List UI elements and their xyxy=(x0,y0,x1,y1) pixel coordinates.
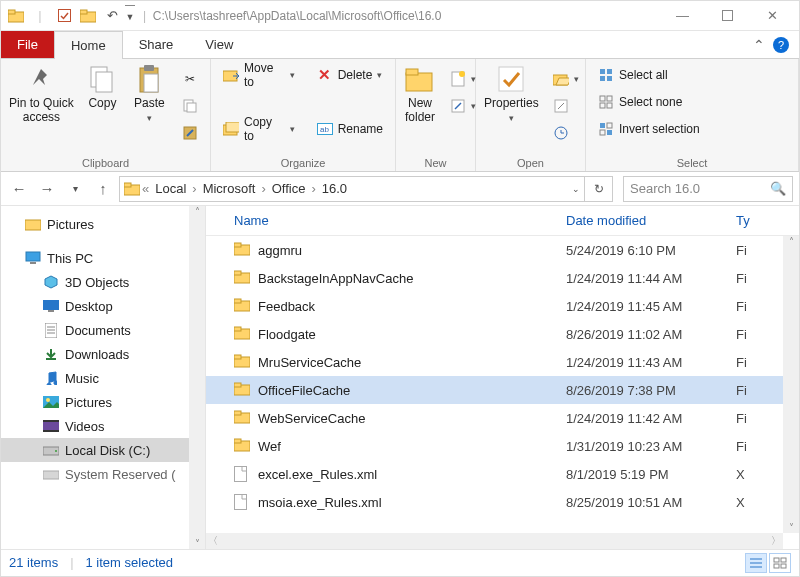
svg-rect-33 xyxy=(607,96,612,101)
tree-desktop[interactable]: Desktop xyxy=(1,294,205,318)
status-selected: 1 item selected xyxy=(86,555,173,570)
svg-rect-24 xyxy=(499,67,523,91)
paste-shortcut-button[interactable] xyxy=(178,121,202,145)
tree-system-reserved[interactable]: System Reserved ( xyxy=(1,462,205,486)
help-icon[interactable]: ? xyxy=(773,37,789,53)
file-row[interactable]: Feedback1/24/2019 11:45 AMFi xyxy=(206,292,799,320)
folder-small-icon[interactable] xyxy=(77,5,99,27)
select-none-button[interactable]: Select none xyxy=(594,90,704,114)
open-button[interactable]: ▾ xyxy=(549,67,583,91)
svg-rect-72 xyxy=(234,439,241,443)
crumb-16[interactable]: 16.0 xyxy=(318,181,351,196)
tree-pictures[interactable]: Pictures xyxy=(1,212,205,236)
qat-dropdown-icon[interactable]: ▼ xyxy=(125,5,135,27)
edit-button[interactable] xyxy=(549,94,583,118)
tab-home[interactable]: Home xyxy=(54,31,123,59)
tree-scrollbar[interactable]: ˄˅ xyxy=(189,206,205,549)
pin-quick-access-button[interactable]: Pin to Quick access xyxy=(9,63,74,125)
file-row[interactable]: WebServiceCache1/24/2019 11:42 AMFi xyxy=(206,404,799,432)
file-row[interactable]: Wef1/31/2019 10:23 AMFi xyxy=(206,432,799,460)
easy-access-button[interactable]: ▾ xyxy=(446,94,480,118)
undo-icon[interactable]: ↶ xyxy=(101,5,123,27)
folder-icon[interactable] xyxy=(5,5,27,27)
file-name: Feedback xyxy=(258,299,315,314)
collapse-ribbon-icon[interactable]: ⌃ xyxy=(753,37,765,53)
tree-pictures2[interactable]: Pictures xyxy=(1,390,205,414)
new-folder-button[interactable]: New folder xyxy=(404,63,436,125)
tab-file[interactable]: File xyxy=(1,31,54,58)
scroll-up-icon[interactable]: ˄ xyxy=(195,206,200,217)
copy-path-button[interactable] xyxy=(178,94,202,118)
forward-button[interactable]: → xyxy=(35,177,59,201)
invert-selection-button[interactable]: Invert selection xyxy=(594,117,704,141)
up-button[interactable]: ↑ xyxy=(91,177,115,201)
svg-rect-12 xyxy=(187,103,196,112)
refresh-button[interactable]: ↻ xyxy=(585,176,613,202)
list-hscrollbar[interactable]: 〈〉 xyxy=(206,533,783,549)
close-button[interactable]: ✕ xyxy=(750,2,795,30)
copy-path-icon xyxy=(182,98,198,114)
select-all-button[interactable]: Select all xyxy=(594,63,704,87)
file-row[interactable]: Floodgate8/26/2019 11:02 AMFi xyxy=(206,320,799,348)
properties-button[interactable]: Properties▾ xyxy=(484,63,539,125)
svg-rect-5 xyxy=(723,11,733,21)
crumb-office[interactable]: Office xyxy=(268,181,310,196)
col-type[interactable]: Ty xyxy=(736,213,799,228)
folder-icon xyxy=(234,298,250,314)
tree-music[interactable]: Music xyxy=(1,366,205,390)
svg-point-22 xyxy=(459,71,465,77)
new-item-button[interactable]: ▾ xyxy=(446,67,480,91)
tree-local-disk[interactable]: Local Disk (C:) xyxy=(1,438,205,462)
doc-icon xyxy=(43,322,59,338)
minimize-button[interactable]: — xyxy=(660,2,705,30)
file-row[interactable]: OfficeFileCache8/26/2019 7:38 PMFi xyxy=(206,376,799,404)
file-row[interactable]: excel.exe_Rules.xml8/1/2019 5:19 PMX xyxy=(206,460,799,488)
address-bar[interactable]: « Local› Microsoft› Office› 16.0 ⌄ xyxy=(119,176,585,202)
maximize-button[interactable] xyxy=(705,2,750,30)
status-count: 21 items xyxy=(9,555,58,570)
copy-button[interactable]: Copy xyxy=(84,63,121,111)
svg-rect-44 xyxy=(30,262,36,264)
tab-view[interactable]: View xyxy=(189,31,249,58)
recent-dropdown[interactable]: ▾ xyxy=(63,177,87,201)
crumb-local[interactable]: Local xyxy=(151,181,190,196)
back-button[interactable]: ← xyxy=(7,177,31,201)
tree-downloads[interactable]: Downloads xyxy=(1,342,205,366)
invert-icon xyxy=(598,121,614,137)
list-vscrollbar[interactable]: ˄˅ xyxy=(783,236,799,533)
move-to-button[interactable]: Move to ▾ xyxy=(219,63,299,87)
addr-dropdown-icon[interactable]: ⌄ xyxy=(572,184,580,194)
file-row[interactable]: BackstageInAppNavCache1/24/2019 11:44 AM… xyxy=(206,264,799,292)
copy-to-button[interactable]: Copy to ▾ xyxy=(219,117,299,141)
col-date[interactable]: Date modified xyxy=(566,213,736,228)
edit-icon xyxy=(553,98,569,114)
group-clipboard: Pin to Quick access Copy Paste▾ ✂ Clipbo… xyxy=(1,59,211,171)
svg-rect-16 xyxy=(226,122,239,132)
cut-button[interactable]: ✂ xyxy=(178,67,202,91)
search-box[interactable]: Search 16.0 🔍 xyxy=(623,176,793,202)
scroll-down-icon[interactable]: ˅ xyxy=(195,538,200,549)
delete-button[interactable]: ✕Delete ▾ xyxy=(313,63,387,87)
paste-button[interactable]: Paste▾ xyxy=(131,63,168,125)
tree-this-pc[interactable]: This PC xyxy=(1,246,205,270)
svg-rect-9 xyxy=(144,65,154,71)
svg-rect-46 xyxy=(48,310,54,312)
tree-videos[interactable]: Videos xyxy=(1,414,205,438)
tree-3d-objects[interactable]: 3D Objects xyxy=(1,270,205,294)
rename-button[interactable]: abRename xyxy=(313,117,387,141)
crumb-microsoft[interactable]: Microsoft xyxy=(199,181,260,196)
newfolder-icon xyxy=(404,63,436,95)
tree-documents[interactable]: Documents xyxy=(1,318,205,342)
details-view-button[interactable] xyxy=(745,553,767,573)
svg-rect-28 xyxy=(600,69,605,74)
tab-share[interactable]: Share xyxy=(123,31,190,58)
thumbnail-view-button[interactable] xyxy=(769,553,791,573)
file-row[interactable]: aggmru5/24/2019 6:10 PMFi xyxy=(206,236,799,264)
history-button[interactable] xyxy=(549,121,583,145)
file-row[interactable]: msoia.exe_Rules.xml8/25/2019 10:51 AMX xyxy=(206,488,799,516)
svg-rect-73 xyxy=(235,467,247,482)
col-name[interactable]: Name xyxy=(206,213,566,228)
properties-icon[interactable] xyxy=(53,5,75,27)
delete-icon: ✕ xyxy=(317,67,333,83)
file-row[interactable]: MruServiceCache1/24/2019 11:43 AMFi xyxy=(206,348,799,376)
